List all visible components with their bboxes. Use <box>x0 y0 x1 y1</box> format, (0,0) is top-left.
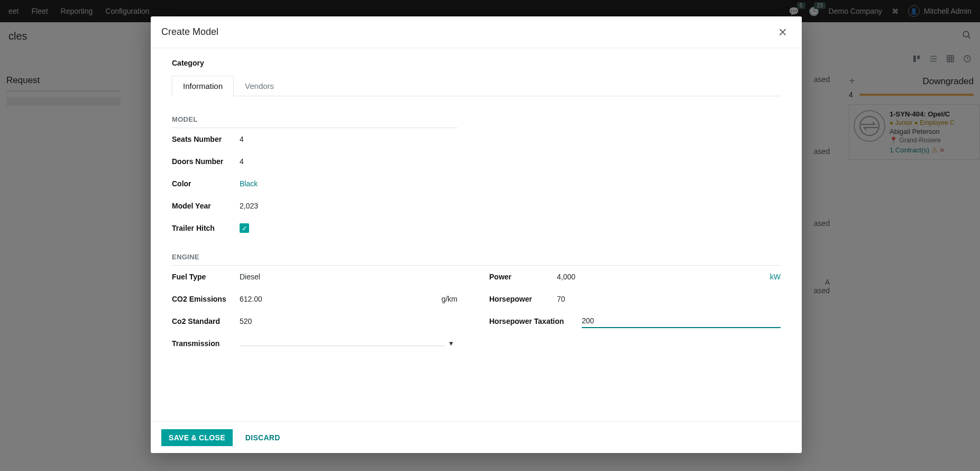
close-button[interactable]: × <box>774 23 791 42</box>
dialog-title: Create Model <box>161 26 218 38</box>
tabs: Information Vendors <box>172 76 781 96</box>
co2e-unit: g/km <box>437 295 457 303</box>
color-label: Color <box>172 179 240 188</box>
seats-input[interactable] <box>240 133 781 146</box>
hitch-checkbox[interactable]: ✓ <box>240 223 249 233</box>
dialog-body[interactable]: Category Information Vendors MODEL Seats… <box>151 48 802 421</box>
hp-label: Horsepower <box>489 295 557 303</box>
color-select[interactable]: Black <box>240 177 781 190</box>
hitch-label: Trailer Hitch <box>172 224 240 232</box>
trans-select[interactable] <box>240 341 445 346</box>
power-label: Power <box>489 273 557 281</box>
hp-input[interactable] <box>557 293 781 305</box>
section-model: MODEL <box>172 102 457 128</box>
co2e-label: CO2 Emissions <box>172 295 240 303</box>
section-engine: ENGINE <box>172 239 781 266</box>
chevron-down-icon[interactable]: ▼ <box>445 340 457 347</box>
hptax-label: Horsepower Taxation <box>489 317 582 325</box>
fuel-select[interactable]: Diesel <box>240 270 457 283</box>
create-model-dialog: Create Model × Category Information Vend… <box>151 16 802 453</box>
tab-vendors[interactable]: Vendors <box>234 76 285 96</box>
year-label: Model Year <box>172 202 240 210</box>
trans-label: Transmission <box>172 339 240 348</box>
year-input[interactable] <box>240 200 781 212</box>
co2s-input[interactable] <box>240 315 457 328</box>
doors-input[interactable] <box>240 155 781 168</box>
fuel-label: Fuel Type <box>172 273 240 281</box>
discard-button[interactable]: DISCARD <box>243 429 282 446</box>
doors-label: Doors Number <box>172 157 240 166</box>
co2s-label: Co2 Standard <box>172 317 240 325</box>
category-label: Category <box>172 59 246 67</box>
co2e-input[interactable] <box>240 293 437 305</box>
seats-label: Seats Number <box>172 135 240 143</box>
hptax-input[interactable] <box>582 314 781 328</box>
power-input[interactable] <box>557 270 766 283</box>
power-unit[interactable]: kW <box>766 273 781 281</box>
save-close-button[interactable]: SAVE & CLOSE <box>161 429 233 446</box>
tab-information[interactable]: Information <box>172 76 234 96</box>
